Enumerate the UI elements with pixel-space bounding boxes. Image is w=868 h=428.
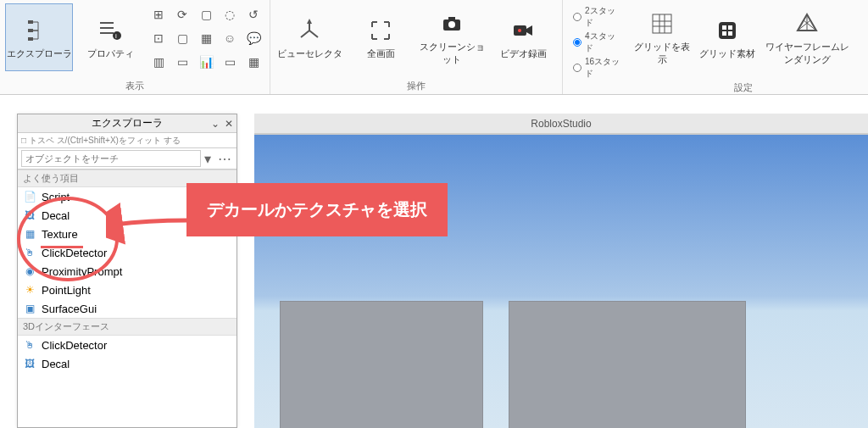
fullscreen-button[interactable]: 全画面 bbox=[347, 3, 415, 71]
mini-icon[interactable]: ▭ bbox=[219, 51, 241, 73]
svg-rect-15 bbox=[653, 14, 671, 33]
wireframe-icon bbox=[792, 8, 822, 39]
viewport-area: RobloxStudio bbox=[254, 95, 868, 428]
item-label: Script bbox=[42, 191, 70, 203]
grid-material-button[interactable]: グリッド素材 bbox=[696, 3, 757, 71]
item-icon: 🖼 bbox=[23, 357, 36, 370]
truncated-breadcrumb: □ トスペ ス/(Ctrl+Shift+X)をフィット する bbox=[18, 133, 236, 148]
camera-icon bbox=[437, 8, 467, 39]
fullscreen-icon bbox=[365, 15, 396, 46]
mini-icon[interactable]: ⊞ bbox=[147, 3, 170, 25]
item-icon: 🖼 bbox=[23, 208, 36, 222]
mini-icon[interactable]: 💬 bbox=[242, 27, 264, 49]
list-item[interactable]: ▣SurfaceGui bbox=[18, 299, 236, 318]
mini-icon[interactable]: ▦ bbox=[195, 27, 217, 49]
item-icon: 🖱 bbox=[23, 246, 36, 259]
item-label: ClickDetector bbox=[42, 339, 107, 352]
screenshot-button[interactable]: スクリーンショット bbox=[418, 3, 486, 71]
search-row: ▾ ⋯ bbox=[18, 148, 236, 170]
studs-2-option[interactable]: 2スタッド bbox=[573, 5, 623, 29]
svg-rect-16 bbox=[719, 22, 736, 39]
svg-rect-0 bbox=[28, 20, 33, 24]
svg-rect-11 bbox=[448, 17, 455, 20]
grid-material-icon bbox=[712, 15, 743, 46]
section-3d: 3Dインターフェース bbox=[18, 318, 236, 336]
item-label: Texture bbox=[42, 228, 78, 241]
video-record-button[interactable]: ビデオ録画 bbox=[489, 3, 557, 71]
item-icon: 📄 bbox=[23, 190, 36, 203]
item-label: Decal bbox=[42, 358, 70, 370]
studs-radio-group: 2スタッド 4スタッド 16スタッド bbox=[568, 3, 628, 81]
mini-icon[interactable]: ◌ bbox=[219, 3, 241, 25]
mini-icon[interactable]: ☺ bbox=[219, 27, 241, 49]
search-input[interactable] bbox=[21, 150, 201, 167]
mini-icon[interactable]: ▭ bbox=[171, 51, 193, 73]
svg-point-6 bbox=[113, 31, 121, 40]
wireframe-button[interactable]: ワイヤーフレームレンダリング bbox=[761, 3, 854, 71]
mini-icon[interactable]: ▢ bbox=[171, 27, 193, 49]
video-icon bbox=[508, 15, 538, 46]
ribbon-group-settings: 2スタッド 4スタッド 16スタッド グリッドを表示 グリッド素材 ワイヤーフレ… bbox=[563, 0, 868, 94]
mini-icon[interactable]: ▢ bbox=[195, 3, 217, 25]
axis-icon bbox=[294, 15, 325, 46]
scene-block bbox=[509, 301, 746, 428]
show-grid-button[interactable]: グリッドを表示 bbox=[632, 3, 693, 71]
item-icon: ▦ bbox=[23, 227, 36, 241]
list-item[interactable]: ☀PointLight bbox=[18, 281, 236, 299]
svg-text:i: i bbox=[115, 32, 117, 40]
explorer-icon bbox=[24, 15, 54, 46]
item-icon: ◉ bbox=[23, 264, 36, 278]
chevron-down-icon[interactable]: ⌄ bbox=[211, 118, 220, 130]
list-item[interactable]: ◉ProximityPrompt bbox=[18, 262, 236, 281]
mini-icon[interactable]: ⟳ bbox=[171, 3, 193, 25]
ribbon-group-display: エクスプローラ i プロパティ ⊞ ⟳ ▢ ◌ ↺ ⊡ ▢ ▦ ☺ 💬 ▥ ▭ bbox=[0, 0, 270, 94]
display-mini-icons: ⊞ ⟳ ▢ ◌ ↺ ⊡ ▢ ▦ ☺ 💬 ▥ ▭ 📊 ▭ ▦ bbox=[147, 3, 264, 73]
close-icon[interactable]: ✕ bbox=[225, 118, 233, 130]
ribbon-group-operate: ビューセレクタ 全画面 スクリーンショット ビデオ録画 操作 bbox=[270, 0, 563, 94]
svg-rect-3 bbox=[100, 22, 114, 24]
item-label: Decal bbox=[42, 209, 70, 222]
svg-marker-8 bbox=[307, 19, 312, 24]
mini-icon[interactable]: ▥ bbox=[147, 51, 170, 73]
svg-rect-4 bbox=[100, 27, 114, 29]
ui-display-button[interactable]: UIの表 bbox=[857, 3, 868, 71]
mini-icon[interactable]: ↺ bbox=[242, 3, 264, 25]
svg-rect-5 bbox=[100, 32, 114, 34]
view-selector-button[interactable]: ビューセレクタ bbox=[275, 3, 343, 71]
item-icon: ▣ bbox=[23, 302, 36, 315]
svg-rect-20 bbox=[728, 31, 732, 36]
studs-4-option[interactable]: 4スタッド bbox=[573, 31, 623, 54]
properties-button[interactable]: i プロパティ bbox=[76, 3, 144, 71]
3d-scene[interactable] bbox=[254, 134, 868, 428]
svg-rect-18 bbox=[728, 25, 732, 30]
item-label: ClickDetector bbox=[42, 247, 107, 259]
viewport-title: RobloxStudio bbox=[254, 114, 868, 134]
filter-icon[interactable]: ▾ bbox=[204, 152, 213, 166]
svg-point-14 bbox=[518, 29, 521, 32]
more-icon[interactable]: ⋯ bbox=[218, 152, 233, 166]
svg-rect-19 bbox=[722, 31, 726, 36]
explorer-button[interactable]: エクスプローラ bbox=[5, 3, 73, 71]
svg-marker-13 bbox=[526, 25, 532, 36]
item-label: PointLight bbox=[42, 284, 91, 297]
svg-rect-17 bbox=[722, 25, 726, 30]
list-item[interactable]: 🖼Decal bbox=[18, 354, 236, 373]
studs-16-option[interactable]: 16スタッド bbox=[573, 56, 623, 80]
annotation-callout: デカールかテクスチャを選択 bbox=[186, 183, 448, 236]
ribbon-toolbar: エクスプローラ i プロパティ ⊞ ⟳ ▢ ◌ ↺ ⊡ ▢ ▦ ☺ 💬 ▥ ▭ bbox=[0, 0, 868, 95]
item-icon: ☀ bbox=[23, 283, 36, 297]
svg-point-10 bbox=[448, 21, 455, 28]
item-icon: 🖱 bbox=[23, 338, 36, 352]
list-item[interactable]: 🖱ClickDetector bbox=[18, 243, 236, 262]
explorer-panel: エクスプローラ ⌄ ✕ □ トスペ ス/(Ctrl+Shift+X)をフィット … bbox=[17, 114, 237, 428]
mini-icon[interactable]: 📊 bbox=[195, 51, 217, 73]
item-label: ProximityPrompt bbox=[42, 265, 122, 278]
mini-icon[interactable]: ⊡ bbox=[147, 27, 170, 49]
panel-titlebar[interactable]: エクスプローラ ⌄ ✕ bbox=[18, 114, 236, 133]
list-item[interactable]: 🖱ClickDetector bbox=[18, 336, 236, 354]
grid-icon bbox=[647, 8, 677, 39]
properties-icon: i bbox=[95, 15, 125, 46]
mini-icon[interactable]: ▦ bbox=[242, 51, 264, 73]
scene-block bbox=[280, 301, 483, 428]
search-row-icons: ▾ ⋯ bbox=[204, 151, 233, 167]
